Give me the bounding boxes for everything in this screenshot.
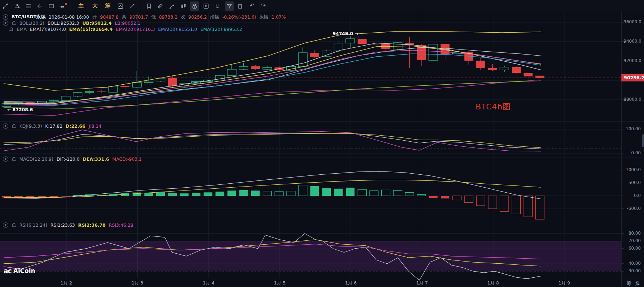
amplitude-value: 1.07% [272, 14, 286, 20]
candle-body [251, 66, 260, 69]
undo-icon[interactable]: ↶ [248, 2, 256, 9]
alert-bell-icon[interactable] [11, 124, 16, 128]
macd-histogram-bar [417, 194, 426, 196]
candle-body [524, 73, 533, 76]
macd-histogram-bar [334, 189, 343, 196]
candle-body [73, 93, 82, 96]
candle-body [535, 76, 544, 78]
time-tick-label: 1月 3 [132, 280, 143, 286]
collapse-chevron-icon[interactable]: ▾ [3, 123, 8, 129]
high-price-annotation: 94749.0 → [333, 31, 358, 36]
rectangle-tool-icon[interactable] [47, 1, 56, 11]
macd-histogram-bar [49, 196, 58, 197]
change-label: 涨幅 [210, 14, 219, 20]
macd-histogram-bar [382, 190, 390, 196]
macd-histogram-bar [204, 192, 212, 196]
time-tick-label: 1月 6 [345, 280, 357, 286]
trend-line-tool-icon[interactable] [1, 1, 10, 11]
candle-datetime: 2026-01-08 16:00 [49, 14, 89, 20]
candle-body [168, 78, 177, 86]
macd-histogram-bar [14, 196, 23, 198]
close-value: 90256.2 [189, 14, 207, 20]
macd-histogram-bar [251, 190, 260, 196]
alert-bell-icon[interactable] [11, 223, 16, 227]
watermark-text: BTC4h图 [476, 102, 511, 112]
aicoin-logo-name: AiCoin [13, 267, 35, 274]
macd-dif-value: DIF:-120.0 [57, 156, 80, 162]
alert-bell-icon[interactable] [11, 157, 16, 161]
candle-body [488, 68, 497, 70]
notification-dot [65, 3, 67, 5]
alert-bell-icon[interactable] [9, 27, 14, 32]
candle-body [227, 69, 236, 75]
magnet-icon[interactable] [213, 1, 222, 11]
collapse-chevron-icon[interactable]: ▾ [3, 20, 8, 26]
macd-histogram-bar [215, 192, 224, 196]
axis-tick-label: 0.0 [624, 193, 641, 198]
kdj-d-value: D:22.66 [66, 123, 85, 129]
candle-body [144, 81, 153, 83]
arrow-tool-icon[interactable] [35, 1, 44, 11]
axis-tick-label: -500.0 [624, 206, 641, 211]
redo-icon[interactable]: ↷ [259, 2, 268, 9]
alert-bell-icon[interactable] [11, 21, 16, 25]
macd-histogram-bar [263, 191, 272, 196]
boll-info-row: ▾ BOLL(20,2) BOLL:92532.3 UB:95012.4 LB:… [3, 20, 140, 26]
bookmark-icon[interactable] [144, 1, 154, 11]
drawing-list-icon[interactable] [24, 1, 33, 11]
scrollbar-thumb[interactable] [642, 134, 644, 147]
collapse-chevron-icon[interactable]: ▾ [3, 222, 8, 228]
note-edit-icon[interactable] [201, 1, 211, 11]
horizontal-line-tool-icon[interactable] [13, 1, 22, 11]
liquidation-toggle[interactable]: 爆 [635, 280, 640, 287]
candle-body [299, 53, 307, 66]
time-tick-label: 1月 8 [487, 280, 499, 286]
macd-histogram-bar [405, 193, 414, 196]
kline-refresh-icon[interactable] [116, 1, 125, 11]
axis-tick-label: 100.00 [624, 126, 641, 131]
lock-icon[interactable] [190, 1, 199, 11]
open-label: 开 [92, 14, 97, 20]
collapse-chevron-icon[interactable]: ▾ [3, 14, 8, 20]
candle-body [61, 96, 70, 100]
close-label: 收 [181, 14, 185, 20]
macd-histogram-bar [310, 186, 319, 196]
macd-histogram-bar [180, 193, 189, 196]
axis-tick-label: 92000.0 [624, 58, 641, 63]
macd-line-dif [4, 171, 541, 199]
collapse-chevron-icon[interactable]: ▾ [3, 156, 8, 162]
chip-distribution-button[interactable]: 筹 [102, 3, 113, 9]
rsi-info-row: ▾ RSI(6,12,24) RSI1:23.63 RSI2:36.78 RSI… [3, 222, 133, 228]
compare-candles-icon[interactable] [179, 1, 188, 11]
symbol-info-row: ▾ BTC/USDT永续 2026-01-08 16:00 开 90487.8 … [3, 14, 286, 20]
macd-histogram-bar [488, 196, 497, 209]
overlay-line-ema30 [4, 54, 541, 105]
ruler-icon[interactable] [156, 1, 165, 11]
axis-tick-label: 70.00 [624, 238, 641, 243]
main-chart-button[interactable]: 主 [76, 3, 86, 9]
time-tick-label: 1月 7 [416, 280, 428, 286]
funnel-icon[interactable] [225, 1, 234, 11]
large-chart-button[interactable]: 大 [90, 3, 100, 9]
trash-icon[interactable] [235, 1, 245, 11]
open-value: 90487.8 [100, 14, 119, 20]
chart-canvas[interactable] [0, 0, 644, 287]
axis-tick-label: 88000.0 [624, 97, 641, 102]
candle-body [109, 86, 118, 92]
rsi-band [0, 241, 621, 271]
pen-icon[interactable] [167, 1, 176, 11]
toolbar-divider [140, 3, 140, 9]
more-tools-icon[interactable] [58, 1, 68, 11]
candle-body [500, 67, 509, 70]
magic-wand-icon[interactable] [128, 1, 137, 11]
symbol-name: BTC/USDT永续 [11, 14, 46, 20]
candle-body [97, 91, 106, 92]
ema120-value: EMA(120):89953.2 [200, 27, 242, 32]
chip-toggle[interactable]: 筹 [626, 280, 631, 287]
ema30-value: EMA(30):91551.0 [158, 27, 197, 32]
overlay-line-ema20 [4, 50, 541, 105]
trading-chart-app: 主 大 筹 ↶ ↷ ▾ BTC/USDT永续 2026-01-08 16:00 … [0, 0, 644, 287]
ema7-value: EMA(7):91074.0 [30, 27, 66, 32]
overlay-line-boll-lb [4, 80, 541, 116]
ema15-value: EMA(15):91654.4 [69, 27, 113, 32]
